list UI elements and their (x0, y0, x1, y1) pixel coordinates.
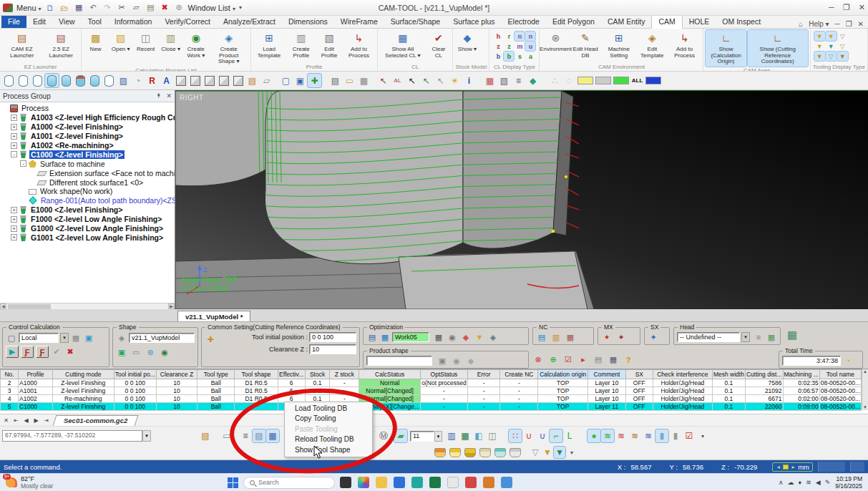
new-file-icon[interactable]: 🗋 (45, 2, 56, 13)
next-tab-button[interactable]: ▶ (31, 417, 41, 424)
view-cube-1-icon[interactable] (174, 74, 187, 87)
clearance-z-field[interactable]: 10 (309, 344, 356, 354)
restore-button[interactable]: ❐ (843, 3, 850, 12)
cone-yellow-icon[interactable]: ▼ (542, 447, 553, 458)
taskbar-app-teal[interactable] (411, 477, 423, 488)
redo-icon[interactable]: ↷ (102, 2, 113, 13)
tab-dimensions[interactable]: Dimensions (282, 15, 334, 28)
tool-teal-icon[interactable] (494, 448, 506, 457)
shaded-cylinder-icon[interactable] (45, 74, 59, 87)
nc-send-button[interactable]: ▦ (565, 331, 576, 343)
level-select[interactable]: 11▾ (410, 431, 442, 442)
tab-electrode[interactable]: Electrode (502, 15, 546, 28)
sim-green-button[interactable]: ⊕ (547, 354, 559, 366)
qat-overflow-icon[interactable]: ▾ (239, 4, 242, 11)
tab-cam[interactable]: CAM (651, 14, 682, 29)
nc-list-icon[interactable]: ▦ (459, 429, 472, 442)
25-ez-launcher-button[interactable]: ▤2.5 EZ Launcher (43, 30, 79, 60)
solid-cubes-icon[interactable]: ◧ (472, 429, 485, 442)
column-header[interactable]: Tool type (198, 370, 235, 379)
column-header[interactable]: Calculation origin (538, 370, 588, 379)
column-header[interactable]: Effectiv... (278, 370, 305, 379)
column-header[interactable]: Z stock (330, 370, 359, 379)
cancel-button[interactable]: ✖ (64, 346, 76, 358)
tree-item[interactable]: Range-001(Auto tool path boundary)<ZS:0,… (1, 196, 175, 205)
pin-icon[interactable]: 🖈 (155, 92, 162, 99)
tree-expander-icon[interactable]: + (11, 124, 17, 130)
child-restore-button[interactable]: ❐ (846, 20, 852, 28)
taskbar-app-blue[interactable] (394, 477, 405, 488)
window-list-button[interactable]: Window List ▾ (188, 4, 235, 12)
tool-disp-8-icon[interactable]: ▽ (826, 52, 837, 61)
tab-edit-polygon[interactable]: Edit Polygon (546, 15, 601, 28)
list-icon[interactable]: ≡ (239, 429, 252, 442)
column-header[interactable]: Error (467, 370, 499, 379)
minimize-button[interactable]: ─ (829, 3, 834, 12)
fit-view-icon[interactable]: ✚ (308, 74, 321, 87)
tool-cream-icon[interactable] (479, 448, 491, 457)
tree-expander-icon[interactable]: + (11, 115, 17, 121)
opt-table-button[interactable]: ▦ (433, 331, 444, 343)
path-blue-icon[interactable]: ∪ (536, 429, 549, 442)
flag-button[interactable]: ▸ (577, 354, 589, 366)
axes-icon[interactable]: ✚ (205, 334, 216, 345)
start-button[interactable] (228, 477, 238, 488)
nc-file-tab[interactable]: Sec01-common.gc2 (53, 415, 139, 426)
lamp-icon[interactable]: ☀ (448, 74, 462, 87)
viewport-3d[interactable]: Z RIGHT Active Plane TOP H 123.4 V 38.8 (175, 90, 868, 309)
column-header[interactable]: Profile (19, 370, 53, 379)
check-report-icon[interactable]: ☑ (683, 429, 696, 442)
prev-tab-button[interactable]: ◀ (21, 417, 31, 424)
dots-icon[interactable]: ∴ (548, 74, 562, 87)
pick-alt-icon[interactable]: ↖ (419, 74, 433, 87)
tab-tool[interactable]: Tool (82, 15, 108, 28)
column-header[interactable]: Tool name (819, 370, 861, 379)
open-file-icon[interactable]: 🗁 (59, 2, 70, 13)
taskbar-app-copilot[interactable] (358, 477, 369, 488)
comment-icon[interactable]: ▭ (220, 429, 233, 442)
run-button[interactable]: ▶ (6, 346, 19, 358)
table-row[interactable]: 3A1001Z-level Finishing0 0 10010BallD1 R… (1, 387, 862, 395)
view-cube-5-icon[interactable] (231, 74, 245, 87)
column-header[interactable]: CalcStatus (359, 370, 421, 379)
undo-icon[interactable]: ↶ (88, 2, 99, 13)
first-tab-button[interactable]: ⇤ (11, 417, 21, 424)
tree-expander-icon[interactable]: + (11, 133, 17, 140)
list-table-icon[interactable]: ▦ (266, 429, 279, 442)
sx-button[interactable]: ✦ (648, 331, 659, 343)
cl-type-11-icon[interactable]: s (515, 52, 525, 61)
cone-dark-icon[interactable]: ▼ (554, 447, 565, 458)
column-header[interactable]: Check interference (653, 370, 712, 379)
column-header[interactable]: Tool shape (235, 370, 278, 379)
edit-profile-button[interactable]: ▧Edit Profile (317, 30, 341, 60)
context-menu-item-show-tool-shape[interactable]: Show Tool Shape (285, 445, 372, 455)
column-header[interactable]: Comment (588, 370, 626, 379)
tab-file[interactable]: File (1, 15, 26, 28)
show-cutting-reference-button[interactable]: ∟Show (Cutting Reference Coordinates) (748, 30, 808, 67)
calc-db-icon[interactable]: ▦ (70, 332, 82, 344)
waves-mix-icon[interactable]: ≋ (642, 429, 655, 442)
model-tab[interactable]: v21.1_VupModel * (177, 311, 250, 321)
cl-type-10-icon[interactable]: b (504, 52, 514, 61)
wire-cylinder-2-icon[interactable] (16, 74, 30, 87)
tab-cam-entity[interactable]: CAM Entity (601, 15, 652, 28)
plane-icon[interactable]: ▰ (394, 429, 407, 442)
pen-icon[interactable]: ✎ (825, 479, 831, 486)
color-set-icon[interactable]: ▦ (483, 74, 497, 87)
coordinate-readout-field[interactable]: 67.97994, -7.577289, -37.510202 (2, 430, 142, 442)
view-cube-4-icon[interactable] (217, 74, 230, 87)
tool-disp-6-icon[interactable]: ▽ (837, 42, 848, 51)
shape-refresh-button[interactable]: ⊛ (145, 346, 156, 358)
table-row[interactable]: 2A1000Z-level Finishing0 0 10010BallD1 R… (1, 379, 862, 387)
gray-cubes-icon[interactable]: ◫ (486, 429, 499, 442)
cl-type-7-icon[interactable]: m (515, 42, 525, 51)
tool-disp-3-icon[interactable]: ▽ (837, 31, 848, 41)
shape-icon[interactable]: ◈ (116, 332, 127, 344)
ps-tool-button[interactable]: ◆ (465, 355, 477, 366)
open-process-button[interactable]: ▨Open ▾ (109, 30, 132, 54)
cylinder-view-icon[interactable] (59, 74, 73, 87)
pc-icon[interactable]: ▢ (6, 332, 17, 344)
tool-disp-9-icon[interactable]: ▼ (837, 52, 848, 61)
cl-type-5-icon[interactable]: z (493, 42, 503, 51)
tab-view[interactable]: View (52, 15, 82, 28)
